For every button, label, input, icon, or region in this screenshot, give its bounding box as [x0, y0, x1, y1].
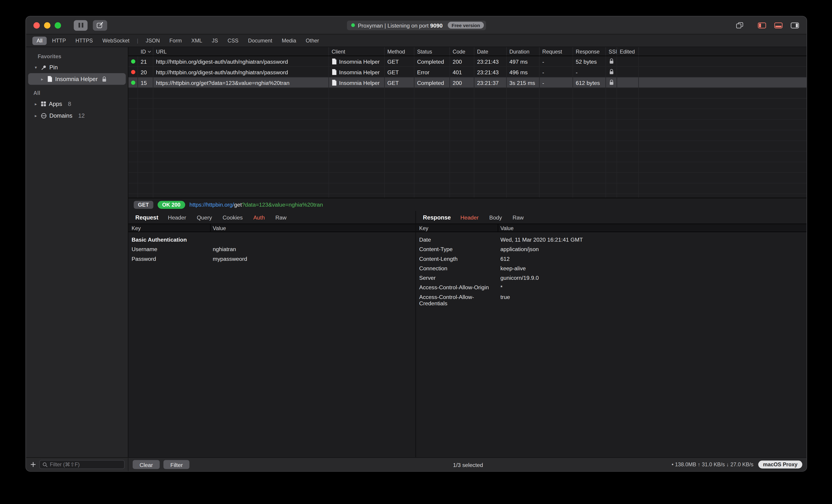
tab-request-cookies[interactable]: Cookies [217, 214, 248, 220]
cell-response: 612 bytes [573, 78, 606, 88]
column-header-date[interactable]: Date [474, 47, 506, 56]
column-header-ssl[interactable]: SSL [606, 47, 617, 56]
domains-count: 12 [78, 112, 85, 119]
sidebar-item-pin[interactable]: ▾ Pin [26, 61, 128, 73]
cell-duration: 3s 215 ms [506, 78, 540, 88]
filter-tab-xml[interactable]: XML [187, 36, 207, 45]
disclosure-closed-icon[interactable]: ▸ [40, 77, 45, 81]
detail-panes: Request Header Query Cookies Auth Raw Ke… [128, 211, 806, 457]
sidebar-item-insomnia-helper[interactable]: ▸ Insomnia Helper [28, 73, 126, 85]
close-button[interactable] [33, 22, 40, 28]
globe-icon [41, 113, 47, 118]
filter-tab-other[interactable]: Other [302, 36, 323, 45]
cell-request: - [540, 78, 573, 88]
column-header-id[interactable]: ID [138, 47, 153, 56]
cell-date: 23:21:43 [474, 67, 506, 77]
app-doc-icon [332, 79, 337, 86]
sidebar-item-apps[interactable]: ▸ Apps 8 [26, 98, 128, 110]
filter-tab-all[interactable]: All [32, 36, 47, 45]
macos-proxy-badge[interactable]: macOS Proxy [758, 460, 802, 468]
method-badge: GET [134, 200, 153, 208]
column-header-filler [639, 47, 807, 56]
statusbar-right: • 138.0MB ↑ 31.0 KB/s ↓ 27.0 KB/s macOS … [672, 460, 807, 468]
column-header-code[interactable]: Code [450, 47, 474, 56]
request-pane-title: Request [131, 214, 162, 220]
proxyman-window: Proxyman | Listening on port 9090 Free v… [26, 16, 807, 472]
response-kv-body: DateWed, 11 Mar 2020 16:21:41 GMT Conten… [416, 232, 806, 306]
tab-request-raw[interactable]: Raw [270, 214, 292, 220]
cell-method: GET [385, 56, 414, 66]
filter-tab-css[interactable]: CSS [224, 36, 243, 45]
kv-row: Usernamenghiatran [128, 245, 416, 254]
kv-row: Passwordmypassweord [128, 254, 416, 264]
table-row[interactable]: 21 http://httpbin.org/digest-auth/auth/n… [128, 56, 806, 67]
titlebar: Proxyman | Listening on port 9090 Free v… [26, 17, 806, 34]
filter-tab-media[interactable]: Media [278, 36, 301, 45]
filter-tab-js[interactable]: JS [208, 36, 222, 45]
column-header-method[interactable]: Method [385, 47, 414, 56]
column-header-status-dot [128, 47, 138, 56]
duplicate-window-button[interactable] [736, 22, 744, 28]
filter-button[interactable]: Filter [163, 460, 190, 469]
column-header-client[interactable]: Client [329, 47, 385, 56]
disclosure-closed-icon[interactable]: ▸ [33, 102, 38, 106]
table-row-selected[interactable]: 15 https://httpbin.org/get?data=123&valu… [128, 78, 806, 88]
cell-edited [617, 78, 639, 88]
column-header-status[interactable]: Status [414, 47, 450, 56]
zoom-button[interactable] [55, 22, 61, 28]
column-header-response[interactable]: Response [573, 47, 606, 56]
cell-method: GET [385, 67, 414, 77]
sidebar-filter-input[interactable] [50, 461, 122, 468]
add-filter-button[interactable] [30, 461, 36, 468]
column-header-edited[interactable]: Edited [617, 47, 639, 56]
compose-request-button[interactable] [93, 20, 107, 30]
tab-request-auth[interactable]: Auth [248, 214, 270, 220]
filter-tab-https[interactable]: HTTPS [71, 36, 97, 45]
filter-tab-document[interactable]: Document [244, 36, 277, 45]
content-area: ID URL Client Method Status Code Date Du… [128, 47, 806, 457]
tab-response-raw[interactable]: Raw [508, 214, 529, 220]
pause-capture-button[interactable] [74, 20, 87, 30]
desktop-background: Proxyman | Listening on port 9090 Free v… [0, 0, 832, 504]
cell-edited [617, 67, 639, 77]
filter-tab-json[interactable]: JSON [141, 36, 164, 45]
free-version-badge: Free version [448, 22, 484, 29]
apps-count: 8 [68, 101, 71, 107]
cell-request: - [540, 56, 573, 66]
column-header-duration[interactable]: Duration [506, 47, 540, 56]
clear-button[interactable]: Clear [133, 460, 160, 469]
tab-response-body[interactable]: Body [484, 214, 507, 220]
tab-request-header[interactable]: Header [162, 214, 191, 220]
minimize-button[interactable] [44, 22, 50, 28]
key-column-header: Key [128, 224, 211, 232]
value-column-header: Value [211, 225, 226, 231]
tab-separator: | [137, 38, 138, 44]
cell-status: Error [414, 67, 450, 77]
disclosure-closed-icon[interactable]: ▸ [33, 113, 38, 118]
filter-tab-http[interactable]: HTTP [48, 36, 70, 45]
toggle-sidebar-button[interactable] [758, 22, 766, 28]
kv-row: Content-Length612 [416, 254, 806, 264]
toggle-bottom-panel-button[interactable] [774, 22, 783, 28]
filter-tab-form[interactable]: Form [165, 36, 186, 45]
sidebar-filter-field[interactable] [40, 460, 125, 469]
filter-tabbar: All HTTP HTTPS WebSocket | JSON Form XML… [26, 34, 806, 47]
cell-client: Insomnia Helper [329, 78, 385, 88]
sidebar-item-domains[interactable]: ▸ Domains 12 [26, 110, 128, 121]
pin-label: Pin [49, 64, 58, 71]
column-header-url[interactable]: URL [153, 47, 329, 56]
filter-tab-websocket[interactable]: WebSocket [98, 36, 134, 45]
tab-request-query[interactable]: Query [191, 214, 217, 220]
detail-panel: GET OK 200 https://httpbin.org/get?data=… [128, 198, 806, 457]
toggle-right-panel-button[interactable] [790, 22, 799, 28]
cell-status: Completed [414, 78, 450, 88]
response-tabs: Response Header Body Raw [416, 211, 806, 224]
request-url: https://httpbin.org/get?data=123&value=n… [189, 201, 323, 208]
tab-response-header[interactable]: Header [455, 214, 484, 220]
cell-url: http://httpbin.org/digest-auth/auth/nghi… [153, 67, 329, 77]
left-panel-icon [758, 22, 766, 28]
kv-row: DateWed, 11 Mar 2020 16:21:41 GMT [416, 235, 806, 245]
column-header-request[interactable]: Request [540, 47, 573, 56]
table-row[interactable]: 20 http://httpbin.org/digest-auth/auth/n… [128, 67, 806, 78]
disclosure-open-icon[interactable]: ▾ [33, 65, 38, 70]
